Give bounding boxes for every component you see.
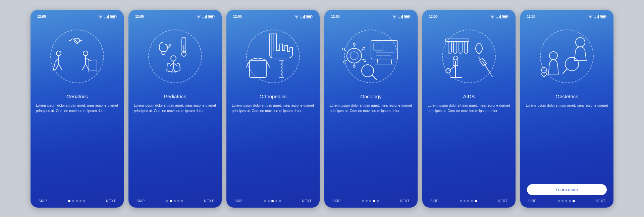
- screen-title-aids: AIDS: [463, 94, 475, 99]
- next-label[interactable]: NEXT: [204, 199, 214, 203]
- svg-line-70: [362, 49, 363, 51]
- dot-3: [373, 200, 375, 202]
- svg-point-125: [541, 67, 547, 73]
- screen-icon-aids: [439, 31, 499, 82]
- dot-1: [464, 200, 466, 202]
- svg-point-67: [350, 52, 358, 60]
- svg-line-55: [266, 61, 270, 67]
- dot-4: [377, 200, 379, 202]
- bottom-nav-pediatrics: SKIP NEXT: [132, 197, 218, 203]
- screen-body-geriatrics: Lorem ipsum dolor sit dim amet, mea regi…: [34, 103, 120, 197]
- screen-title-geriatrics: Geriatrics: [66, 94, 88, 99]
- svg-rect-100: [453, 42, 457, 53]
- skip-label[interactable]: SKIP: [39, 199, 47, 203]
- screen-body-obstetrics: Lorem ipsum dolor sit dim amet, mea regi…: [524, 103, 610, 181]
- learn-more-button[interactable]: Learn more: [527, 184, 607, 195]
- next-label[interactable]: NEXT: [106, 199, 116, 203]
- svg-rect-50: [307, 16, 311, 17]
- svg-line-11: [59, 64, 62, 70]
- dot-1: [366, 200, 368, 202]
- battery-icon: [110, 15, 117, 18]
- screen-geriatrics: 12:00: [31, 10, 124, 208]
- svg-rect-116: [597, 16, 598, 18]
- dot-0: [362, 200, 364, 202]
- dot-0: [264, 200, 266, 202]
- svg-rect-2: [106, 17, 107, 18]
- svg-point-58: [394, 18, 395, 18]
- next-label[interactable]: NEXT: [302, 199, 312, 203]
- dot-0: [68, 200, 70, 202]
- skip-label[interactable]: SKIP: [430, 199, 439, 203]
- wifi-icon: [98, 15, 103, 18]
- screen-icon-orthopedics: [243, 31, 303, 82]
- battery-icon: [404, 15, 411, 18]
- svg-line-105: [449, 66, 455, 71]
- screen-obstetrics: 12:00: [520, 10, 613, 208]
- status-icons: [196, 15, 215, 18]
- dot-2: [369, 200, 371, 202]
- svg-line-111: [478, 57, 481, 60]
- skip-label[interactable]: SKIP: [234, 199, 243, 203]
- skip-label[interactable]: SKIP: [528, 199, 537, 203]
- screen-body-aids: Lorem ipsum dolor sit dim amet, mea regi…: [426, 103, 512, 197]
- icon-area-aids: [432, 21, 506, 92]
- svg-line-76: [345, 60, 347, 61]
- dot-2: [565, 200, 567, 202]
- screens-container: 12:00: [22, 3, 622, 214]
- status-time: 12:00: [135, 15, 144, 18]
- svg-point-37: [171, 56, 176, 61]
- bottom-nav-obstetrics: SKIP NEXT: [524, 197, 610, 203]
- svg-point-8: [56, 51, 61, 56]
- screen-oncology: 12:00: [324, 10, 418, 208]
- bottom-nav-orthopedics: SKIP NEXT: [230, 197, 316, 203]
- status-bar: 12:00: [426, 14, 512, 20]
- svg-rect-29: [214, 16, 215, 17]
- svg-rect-80: [371, 41, 398, 59]
- status-time: 12:00: [429, 15, 438, 18]
- icon-area-oncology: [334, 21, 408, 92]
- screen-body-oncology: Lorem ipsum dolor sit dim amet, mea regi…: [328, 103, 414, 197]
- svg-rect-49: [312, 16, 313, 17]
- dot-3: [471, 200, 473, 202]
- svg-line-10: [55, 64, 59, 70]
- svg-point-108: [453, 56, 458, 60]
- status-bar: 12:00: [132, 14, 218, 20]
- signal-icon: [398, 15, 403, 18]
- skip-label[interactable]: SKIP: [332, 199, 341, 203]
- skip-label[interactable]: SKIP: [137, 199, 145, 203]
- svg-rect-117: [598, 15, 599, 18]
- svg-point-73: [364, 60, 366, 62]
- dot-3: [569, 200, 571, 202]
- wifi-icon: [196, 15, 201, 18]
- svg-rect-61: [401, 16, 402, 18]
- icon-area-pediatrics: [138, 21, 212, 92]
- svg-line-18: [86, 64, 89, 70]
- dot-4: [279, 200, 281, 202]
- dots-container: [558, 200, 575, 202]
- signal-icon: [104, 15, 109, 18]
- dot-3: [79, 200, 82, 202]
- svg-line-12: [55, 58, 59, 61]
- wifi-icon: [294, 15, 299, 18]
- svg-line-78: [344, 50, 346, 51]
- signal-icon: [594, 15, 599, 18]
- svg-rect-7: [111, 16, 115, 17]
- dot-1: [268, 200, 270, 202]
- next-label[interactable]: NEXT: [400, 199, 410, 203]
- dot-4: [573, 200, 575, 202]
- next-label[interactable]: NEXT: [498, 199, 507, 203]
- status-time: 12:00: [527, 15, 536, 18]
- dot-0: [166, 200, 168, 202]
- screen-icon-obstetrics: [537, 31, 597, 82]
- wifi-icon: [490, 15, 495, 18]
- battery-icon: [306, 15, 313, 18]
- dot-0: [558, 200, 560, 202]
- svg-rect-25: [204, 17, 205, 18]
- svg-line-112: [491, 75, 492, 77]
- wifi-icon: [588, 15, 593, 18]
- next-label[interactable]: NEXT: [596, 199, 605, 203]
- battery-icon: [600, 15, 607, 18]
- status-icons: [98, 15, 117, 18]
- svg-line-42: [173, 63, 177, 66]
- status-icons: [294, 15, 313, 18]
